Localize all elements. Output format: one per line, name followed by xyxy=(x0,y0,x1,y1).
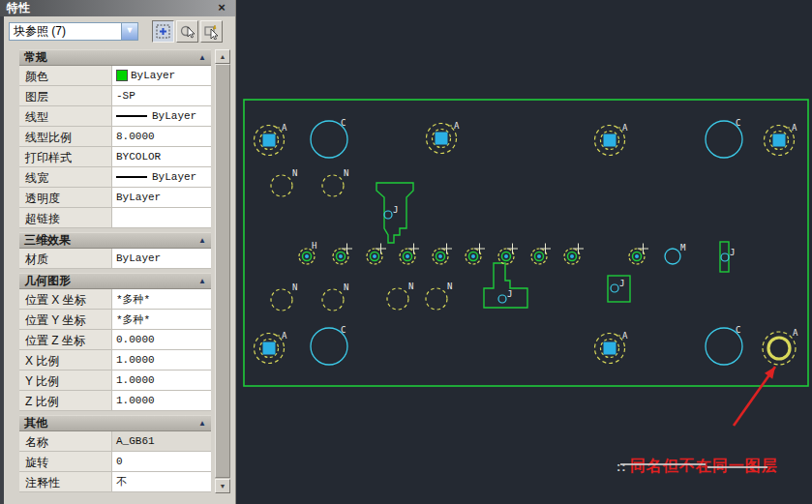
palette-titlebar: 特性 × xyxy=(0,0,235,16)
property-value[interactable]: BYCOLOR xyxy=(112,147,211,166)
note-strike-line xyxy=(620,463,706,465)
property-value[interactable]: 1.0000 xyxy=(112,391,211,410)
property-value[interactable]: 1.0000 xyxy=(112,350,211,370)
property-value-text: A_GB61 xyxy=(116,435,155,447)
scroll-down-icon[interactable]: ▼ xyxy=(215,479,230,493)
pad-marker[interactable] xyxy=(498,244,518,265)
property-value[interactable]: 不 xyxy=(112,472,211,491)
block-J-circle[interactable]: J xyxy=(721,248,735,261)
section-header[interactable]: 几何图形▲ xyxy=(19,273,211,289)
property-value[interactable]: ByLayer xyxy=(112,188,211,207)
block-J-circle[interactable]: J xyxy=(611,279,624,292)
scrollbar[interactable]: ▲ ▼ xyxy=(215,49,230,493)
block-A-marker[interactable]: A xyxy=(427,121,461,154)
block-J-circle[interactable]: J xyxy=(384,205,398,219)
property-value-text: *多种* xyxy=(116,312,150,327)
object-type-dropdown[interactable]: 块参照 (7) ▼ xyxy=(9,22,138,41)
block-C-circle[interactable]: C xyxy=(706,118,742,158)
pad-marker[interactable] xyxy=(333,244,352,265)
property-label: 名称 xyxy=(19,431,112,451)
note-prefix: :: xyxy=(617,460,627,474)
block-N-circle[interactable]: N xyxy=(387,282,413,310)
property-label: Y 比例 xyxy=(19,371,112,390)
property-value[interactable]: 8.0000 xyxy=(112,127,211,146)
close-icon[interactable]: × xyxy=(215,0,228,15)
block-C-circle[interactable]: C xyxy=(706,325,742,365)
property-label: 透明度 xyxy=(19,188,112,207)
block-M-circle[interactable]: M xyxy=(665,243,686,264)
block-A-marker[interactable]: A xyxy=(595,331,629,364)
block-A-marker[interactable]: A xyxy=(255,331,288,364)
select-objects-cursor-icon xyxy=(180,24,195,40)
section-header[interactable]: 其他▲ xyxy=(19,415,211,431)
collapse-arrow-icon[interactable]: ▲ xyxy=(198,419,206,428)
section-header[interactable]: 三维效果▲ xyxy=(19,232,211,249)
block-C-circle[interactable]: C xyxy=(311,118,347,158)
block-C-circle[interactable]: C xyxy=(311,325,347,365)
toggle-pickadd-button[interactable] xyxy=(152,20,174,43)
property-value[interactable]: 1.0000 xyxy=(112,371,211,390)
block-J-circle[interactable]: J xyxy=(498,289,512,303)
autocad-window: AAAAAAACCCCNNNNNNHMJJJJ ::同名但不在同一图层 特性 ×… xyxy=(0,0,812,504)
pad-marker[interactable] xyxy=(531,244,551,265)
pad-marker[interactable] xyxy=(400,244,419,265)
block-N-circle[interactable]: N xyxy=(271,168,297,196)
svg-text:N: N xyxy=(344,168,348,178)
pickadd-icon xyxy=(156,24,170,39)
property-value[interactable]: ByLayer xyxy=(112,249,211,268)
pad-marker[interactable] xyxy=(367,244,386,265)
property-value-text: 0 xyxy=(116,456,123,467)
pad-marker[interactable] xyxy=(466,244,485,265)
property-label: X 比例 xyxy=(19,350,112,370)
collapse-arrow-icon[interactable]: ▲ xyxy=(198,236,206,245)
block-N-circle[interactable]: N xyxy=(322,168,348,196)
block-N-circle[interactable]: N xyxy=(322,282,348,311)
property-row: 超链接 xyxy=(19,208,211,228)
property-label: 颜色 xyxy=(19,66,112,85)
property-value-text: ByLayer xyxy=(152,110,196,122)
property-row: 透明度ByLayer xyxy=(19,188,211,208)
block-A-ring-marker[interactable]: A xyxy=(763,328,798,365)
svg-text:J: J xyxy=(507,289,512,299)
property-row: 注释性不 xyxy=(19,472,211,492)
palette-grab-bar[interactable] xyxy=(0,0,4,504)
collapse-arrow-icon[interactable]: ▲ xyxy=(198,53,206,62)
pad-marker[interactable] xyxy=(433,244,452,265)
block-A-marker[interactable]: A xyxy=(255,123,288,156)
property-value[interactable]: -SP xyxy=(112,86,211,105)
svg-text:C: C xyxy=(736,118,740,128)
property-value[interactable]: *多种* xyxy=(112,289,211,309)
scrollbar-thumb[interactable] xyxy=(215,64,230,478)
quick-select-button[interactable] xyxy=(200,20,223,43)
section-title: 常规 xyxy=(24,49,47,66)
property-value[interactable]: ByLayer xyxy=(112,106,211,126)
board-outline[interactable] xyxy=(244,100,808,386)
block-N-circle[interactable]: N xyxy=(271,282,297,311)
svg-text:J: J xyxy=(619,279,624,288)
block-A-marker[interactable]: A xyxy=(765,123,798,156)
property-label: 位置 Y 坐标 xyxy=(19,310,112,329)
chevron-down-icon[interactable]: ▼ xyxy=(121,23,137,40)
property-value[interactable]: *多种* xyxy=(112,310,211,329)
pad-marker[interactable]: H xyxy=(299,241,316,264)
collapse-arrow-icon[interactable]: ▲ xyxy=(198,277,206,285)
pad-marker[interactable] xyxy=(564,244,584,265)
property-value-text: 0.0000 xyxy=(116,334,155,345)
property-value[interactable]: ByLayer xyxy=(112,66,211,85)
property-label: 超链接 xyxy=(19,208,112,227)
property-row: 图层-SP xyxy=(19,86,211,106)
property-value-text: ByLayer xyxy=(131,70,175,81)
select-objects-button[interactable] xyxy=(176,20,198,43)
property-label: 打印样式 xyxy=(19,147,112,166)
property-value[interactable]: 0 xyxy=(112,452,211,471)
property-value[interactable] xyxy=(112,208,211,227)
pad-marker[interactable] xyxy=(629,244,648,265)
property-value[interactable]: ByLayer xyxy=(112,167,211,187)
property-value[interactable]: 0.0000 xyxy=(112,330,211,349)
block-A-marker[interactable]: A xyxy=(595,123,629,156)
property-value[interactable]: A_GB61 xyxy=(112,431,211,451)
property-row: X 比例1.0000 xyxy=(19,350,211,371)
block-N-circle[interactable]: N xyxy=(426,282,452,310)
scroll-up-icon[interactable]: ▲ xyxy=(215,49,230,64)
section-header[interactable]: 常规▲ xyxy=(19,49,211,66)
